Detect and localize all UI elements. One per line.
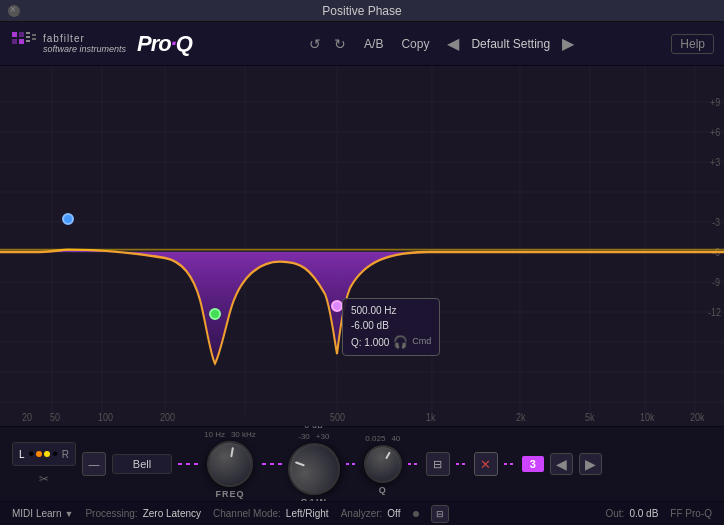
prev-preset-button[interactable]: ◀ [443, 34, 463, 53]
q-range: 0.025 40 [365, 434, 400, 443]
processing-value: Zero Latency [143, 508, 201, 519]
help-button[interactable]: Help [671, 34, 714, 54]
svg-text:+6: +6 [710, 126, 721, 138]
preset-name: Default Setting [471, 37, 550, 51]
band-number: 3 [522, 456, 544, 472]
svg-rect-2 [19, 32, 24, 37]
next-preset-button[interactable]: ▶ [558, 34, 578, 53]
svg-rect-5 [26, 32, 30, 34]
channel-selector: L • • R [12, 442, 76, 466]
q-knob[interactable] [357, 438, 409, 490]
top-bar: fabfilter software instruments Pro·Q ↺ ↻… [0, 22, 724, 66]
undo-redo-group: ↺ ↻ [305, 34, 350, 54]
copy-button[interactable]: Copy [395, 35, 435, 53]
svg-text:-9: -9 [712, 276, 720, 288]
svg-rect-4 [19, 39, 24, 44]
svg-rect-8 [32, 34, 36, 36]
output-status: Out: 0.0 dB [606, 508, 659, 519]
svg-rect-7 [26, 40, 30, 42]
logo-subtitle: software instruments [43, 44, 126, 54]
freq-min-label: 10 Hz [204, 430, 225, 439]
midi-learn-label: MIDI Learn [12, 508, 61, 519]
redo-button[interactable]: ↻ [330, 34, 350, 54]
svg-text:1k: 1k [426, 411, 436, 423]
svg-text:500: 500 [330, 411, 345, 423]
midi-arrow-icon: ▼ [64, 509, 73, 519]
logo-area: fabfilter software instruments Pro·Q [10, 30, 192, 58]
q-knob-group: 0.025 40 Q [364, 434, 402, 495]
gain-max-label: +30 [316, 432, 330, 441]
gain-knob[interactable] [281, 436, 348, 503]
gain-min-label: -30 [298, 432, 310, 441]
filter-type-display[interactable]: Bell [112, 454, 172, 474]
freq-max-label: 30 kHz [231, 430, 256, 439]
ab-controls: A/B Copy [358, 35, 435, 53]
close-button[interactable] [8, 5, 20, 17]
processing-status: Processing: Zero Latency [85, 508, 201, 519]
output-button[interactable]: ⊟ [426, 452, 450, 476]
prev-band-button[interactable]: ◀ [550, 453, 573, 475]
next-band-button[interactable]: ▶ [579, 453, 602, 475]
channel-mode-value: Left/Right [286, 508, 329, 519]
svg-rect-3 [12, 39, 17, 44]
gain-range: -30 +30 [298, 432, 329, 441]
bypass-button[interactable]: — [82, 452, 106, 476]
svg-rect-9 [32, 38, 36, 40]
eq-display[interactable]: 12 dB [0, 66, 724, 426]
band1-control-point[interactable] [62, 213, 74, 225]
freq-label: FREQ [215, 489, 244, 499]
svg-text:20k: 20k [690, 411, 705, 423]
analyzer-value: Off [387, 508, 400, 519]
freq-knob[interactable] [203, 437, 256, 490]
channel-stereo-dot2 [44, 451, 50, 457]
analyzer-output-button[interactable]: ⊟ [431, 505, 449, 523]
svg-text:-12: -12 [708, 306, 721, 318]
svg-text:20: 20 [22, 411, 32, 423]
channel-mode-status: Channel Mode: Left/Right [213, 508, 329, 519]
analyzer-dot [413, 511, 419, 517]
ab-button[interactable]: A/B [358, 35, 389, 53]
status-bar: MIDI Learn ▼ Processing: Zero Latency Ch… [0, 501, 724, 525]
svg-text:10k: 10k [640, 411, 655, 423]
plugin-container: fabfilter software instruments Pro·Q ↺ ↻… [0, 22, 724, 525]
midi-learn-button[interactable]: MIDI Learn ▼ [12, 508, 73, 519]
channel-l-button[interactable]: L [17, 448, 27, 461]
band2-control-point[interactable] [209, 308, 221, 320]
window-title: Positive Phase [322, 4, 401, 18]
freq-knob-group: 10 Hz 30 kHz FREQ [204, 430, 256, 499]
svg-text:200: 200 [160, 411, 175, 423]
band3-control-point[interactable] [331, 300, 343, 312]
q-min-label: 0.025 [365, 434, 385, 443]
dash-line-3 [346, 463, 358, 465]
svg-text:+9: +9 [710, 96, 721, 108]
channel-r-button[interactable]: R [60, 448, 71, 461]
svg-text:2k: 2k [516, 411, 526, 423]
svg-rect-6 [26, 36, 30, 38]
dash-line-6 [504, 463, 516, 465]
processing-label: Processing: [85, 508, 137, 519]
delete-band-button[interactable]: ✕ [474, 452, 498, 476]
freq-range: 10 Hz 30 kHz [204, 430, 256, 439]
dash-line-1 [178, 463, 198, 465]
svg-text:50: 50 [50, 411, 60, 423]
svg-text:5k: 5k [585, 411, 595, 423]
undo-button[interactable]: ↺ [305, 34, 325, 54]
channel-stereo-dot1 [36, 451, 42, 457]
out-label: Out: [606, 508, 625, 519]
brand-name: fabfilter [43, 33, 126, 44]
title-bar: Positive Phase [0, 0, 724, 22]
q-label: Q [379, 485, 387, 495]
logo-text: fabfilter software instruments [43, 33, 126, 54]
svg-rect-1 [12, 32, 17, 37]
analyzer-label: Analyzer: [341, 508, 383, 519]
dash-line-2 [262, 463, 282, 465]
top-controls: ↺ ↻ A/B Copy ◀ Default Setting ▶ [212, 34, 671, 54]
svg-text:+3: +3 [710, 156, 721, 168]
svg-text:100: 100 [98, 411, 113, 423]
dash-line-5 [456, 463, 468, 465]
svg-text:-3: -3 [712, 216, 720, 228]
out-value: 0.0 dB [629, 508, 658, 519]
analyzer-status: Analyzer: Off [341, 508, 401, 519]
gain-knob-group: 0 dB -30 +30 GAIN [288, 421, 340, 507]
scissors-icon: ✂ [39, 472, 49, 486]
